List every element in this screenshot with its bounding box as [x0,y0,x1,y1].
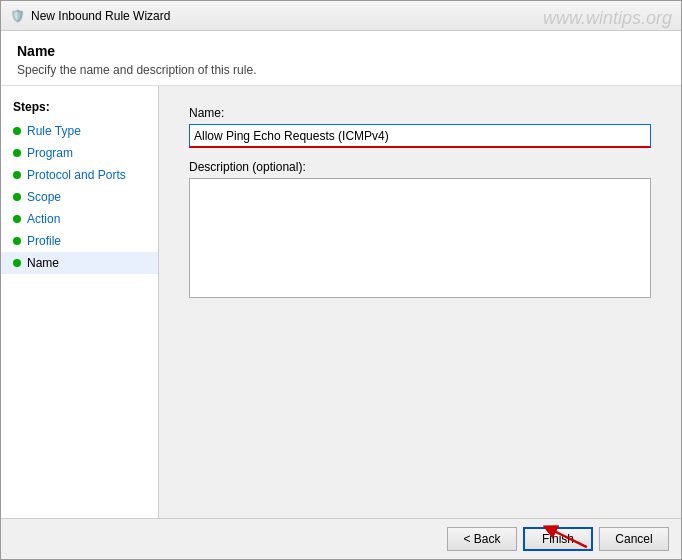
step-dot-action [13,215,21,223]
step-dot-rule-type [13,127,21,135]
step-dot-profile [13,237,21,245]
step-dot-program [13,149,21,157]
steps-label: Steps: [1,96,158,120]
name-input[interactable] [189,124,651,148]
sidebar-item-label: Profile [27,234,61,248]
sidebar-item-name[interactable]: Name [1,252,158,274]
cancel-button[interactable]: Cancel [599,527,669,551]
sidebar-item-scope[interactable]: Scope [1,186,158,208]
header-section: Name Specify the name and description of… [1,31,681,86]
window-title: New Inbound Rule Wizard [31,9,673,23]
form-panel: Name: Description (optional): [159,86,681,518]
wizard-window: 🛡️ New Inbound Rule Wizard www.wintips.o… [0,0,682,560]
name-label: Name: [189,106,651,120]
main-body: Steps: Rule Type Program Protocol and Po… [1,86,681,518]
sidebar: Steps: Rule Type Program Protocol and Po… [1,86,159,518]
title-bar: 🛡️ New Inbound Rule Wizard [1,1,681,31]
sidebar-item-rule-type[interactable]: Rule Type [1,120,158,142]
arrow-indicator [541,520,591,553]
sidebar-item-label: Name [27,256,59,270]
content-area: Name Specify the name and description of… [1,31,681,559]
svg-line-1 [549,529,587,547]
sidebar-item-profile[interactable]: Profile [1,230,158,252]
sidebar-item-label: Program [27,146,73,160]
sidebar-item-label: Rule Type [27,124,81,138]
step-dot-name [13,259,21,267]
sidebar-item-label: Scope [27,190,61,204]
back-button[interactable]: < Back [447,527,517,551]
footer-buttons: < Back Finish Cancel [1,518,681,559]
description-textarea[interactable] [189,178,651,298]
finish-arrow-icon [541,520,591,550]
step-dot-protocol [13,171,21,179]
step-dot-scope [13,193,21,201]
page-title: Name [17,43,665,59]
description-label: Description (optional): [189,160,651,174]
description-group: Description (optional): [189,160,651,298]
sidebar-item-label: Action [27,212,60,226]
page-subtitle: Specify the name and description of this… [17,63,665,77]
window-icon: 🛡️ [9,8,25,24]
sidebar-item-protocol-ports[interactable]: Protocol and Ports [1,164,158,186]
sidebar-item-program[interactable]: Program [1,142,158,164]
sidebar-item-action[interactable]: Action [1,208,158,230]
name-group: Name: [189,106,651,148]
sidebar-item-label: Protocol and Ports [27,168,126,182]
